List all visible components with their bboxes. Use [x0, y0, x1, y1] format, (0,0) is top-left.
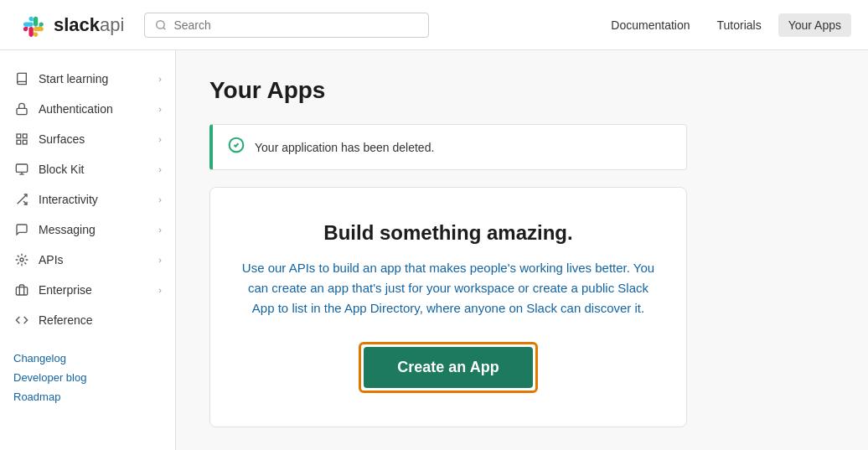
sidebar-item-label: Interactivity [39, 193, 98, 206]
chevron-right-icon: › [158, 74, 162, 84]
logo-area: slackapi [17, 10, 124, 40]
chevron-right-icon: › [158, 225, 162, 235]
svg-point-12 [20, 258, 23, 261]
slack-logo-icon [17, 10, 47, 40]
alert-text: Your application has been deleted. [255, 141, 434, 154]
sidebar-item-label: Authentication [39, 102, 113, 116]
svg-line-1 [163, 27, 166, 29]
chevron-right-icon: › [158, 104, 162, 114]
sidebar-item-label: Surfaces [39, 132, 85, 146]
sidebar-item-label: Enterprise [39, 283, 92, 297]
chevron-right-icon: › [158, 255, 162, 265]
sidebar-item-interactivity[interactable]: Interactivity › [0, 184, 175, 215]
block-icon [13, 161, 30, 178]
chevron-right-icon: › [158, 194, 162, 204]
chevron-right-icon: › [158, 164, 162, 174]
main-content: Your Apps Your application has been dele… [176, 50, 868, 450]
chevron-right-icon: › [158, 285, 162, 295]
book-icon [13, 70, 30, 87]
lock-icon [13, 101, 30, 117]
card-description: Use our APIs to build an app that makes … [237, 258, 659, 318]
sidebar-item-authentication[interactable]: Authentication › [0, 94, 175, 124]
search-icon [155, 19, 167, 31]
sidebar-item-block-kit[interactable]: Block Kit › [0, 154, 175, 184]
interactivity-icon [13, 191, 30, 208]
reference-icon [13, 312, 30, 328]
sidebar-item-label: Start learning [39, 72, 108, 85]
sidebar-item-surfaces[interactable]: Surfaces › [0, 124, 175, 154]
messaging-icon [13, 221, 30, 238]
enterprise-icon [13, 282, 30, 298]
api-icon [13, 251, 30, 268]
header: slackapi Documentation Tutorials Your Ap… [0, 0, 868, 50]
sidebar: Start learning › Authentication › Surfac… [0, 50, 176, 450]
svg-rect-7 [16, 164, 27, 172]
svg-rect-6 [17, 140, 21, 144]
svg-rect-13 [16, 287, 27, 295]
nav-links: Documentation Tutorials Your Apps [601, 13, 851, 37]
sidebar-item-label: Messaging [39, 223, 96, 236]
sidebar-item-start-learning[interactable]: Start learning › [0, 64, 175, 94]
chevron-right-icon: › [158, 134, 162, 144]
grid-icon [13, 131, 30, 147]
check-circle-icon [228, 137, 245, 158]
sidebar-item-messaging[interactable]: Messaging › [0, 215, 175, 245]
build-card: Build something amazing. Use our APIs to… [209, 187, 687, 427]
logo-text: slackapi [54, 14, 124, 36]
sidebar-item-reference[interactable]: Reference [0, 305, 175, 335]
page-title: Your Apps [209, 77, 834, 104]
create-btn-wrap: Create an App [359, 342, 537, 393]
create-app-button[interactable]: Create an App [364, 347, 532, 388]
sidebar-footer: Changelog Developer blog Roadmap [0, 335, 175, 406]
body: Start learning › Authentication › Surfac… [0, 50, 868, 450]
sidebar-item-label: Block Kit [39, 163, 84, 176]
svg-rect-2 [17, 108, 27, 114]
sidebar-item-enterprise[interactable]: Enterprise › [0, 275, 175, 305]
sidebar-item-label: APIs [39, 253, 64, 266]
sidebar-item-label: Reference [39, 313, 93, 327]
sidebar-footer-link-developer-blog[interactable]: Developer blog [13, 368, 162, 387]
svg-rect-3 [17, 134, 21, 138]
nav-link-tutorials[interactable]: Tutorials [707, 13, 772, 37]
nav-link-documentation[interactable]: Documentation [601, 13, 700, 37]
search-bar [144, 13, 429, 38]
sidebar-item-apis[interactable]: APIs › [0, 245, 175, 275]
svg-rect-5 [23, 140, 27, 144]
svg-rect-4 [23, 134, 27, 138]
search-input[interactable] [173, 18, 418, 32]
svg-point-0 [157, 20, 164, 28]
nav-link-your-apps[interactable]: Your Apps [778, 13, 851, 37]
alert-banner: Your application has been deleted. [209, 124, 687, 170]
card-title: Build something amazing. [237, 221, 659, 245]
sidebar-footer-link-roadmap[interactable]: Roadmap [13, 387, 162, 406]
sidebar-footer-link-changelog[interactable]: Changelog [13, 349, 162, 368]
